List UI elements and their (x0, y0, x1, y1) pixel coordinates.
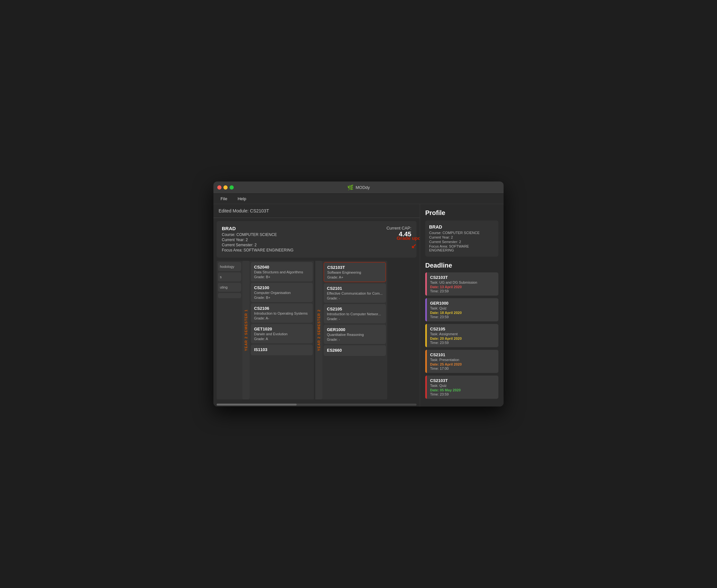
grade-arrow-icon: ↙ (397, 242, 420, 250)
edited-module-bar: Edited Module: CS2103T (213, 204, 420, 218)
deadline-task-2: Task: Assignment (430, 332, 495, 336)
deadlines-container: CS2103T Task: UG and DG Submission Date:… (425, 272, 499, 399)
module-name: Computer Organisation (254, 291, 310, 295)
deadline-code-3: CS2101 (430, 352, 495, 357)
profile-info-main: BRAD Course: COMPUTER SCIENCE Current Ye… (222, 226, 293, 253)
deadline-date-2: Date: 20 April 2020 (430, 337, 495, 340)
module-card-cs2105[interactable]: CS2105 Introduction to Computer Networ..… (324, 304, 386, 323)
profile-course-main: Course: COMPUTER SCIENCE (222, 232, 293, 237)
main-layout: Edited Module: CS2103T BRAD Course: COMP… (213, 204, 504, 406)
modules-scroll-area[interactable]: hodology s uting YEAR 2 SEMESTER 1 (213, 261, 420, 403)
module-grade: Grade: B+ (254, 275, 310, 279)
module-code: CS2105 (327, 307, 383, 311)
profile-sidebar-semester: Current Semester: 2 (429, 240, 494, 244)
cap-section: Current CAP: 4.45 Grade updated ↙ (386, 226, 412, 238)
module-card-get1020[interactable]: GET1020 Darwin and Evolution Grade: A (251, 324, 313, 343)
module-code: ES2660 (327, 348, 383, 353)
deadline-time-1: Time: 23:59 (430, 315, 495, 319)
profile-summary: BRAD Course: COMPUTER SCIENCE Current Ye… (217, 221, 417, 257)
module-card-ger1000[interactable]: GER1000 Quantitative Reasoning Grade: - (324, 324, 386, 344)
deadline-code-0: CS2103T (430, 275, 495, 280)
module-grade: Grade: - (327, 337, 383, 341)
partial-card-1[interactable]: hodology (218, 262, 241, 271)
module-code: CS2100 (254, 285, 310, 290)
deadline-item-2[interactable]: CS2105 Task: Assignment Date: 20 April 2… (425, 324, 499, 347)
deadline-code-2: CS2105 (430, 327, 495, 331)
deadline-body-0: CS2103T Task: UG and DG Submission Date:… (427, 272, 499, 296)
module-card-cs2101[interactable]: CS2101 Effective Communication for Com..… (324, 284, 386, 303)
scrollbar-track (217, 404, 417, 405)
deadline-item-4[interactable]: CS2103T Task: Quiz Date: 05 May 2020 Tim… (425, 376, 499, 399)
close-button[interactable] (217, 185, 222, 190)
partial-card-2[interactable]: s (218, 272, 241, 281)
deadline-body-3: CS2101 Task: Presentation Date: 25 April… (427, 350, 499, 373)
deadline-body-4: CS2103T Task: Quiz Date: 05 May 2020 Tim… (427, 376, 499, 399)
partial-card-3[interactable]: uting (218, 283, 241, 292)
menu-file[interactable]: File (218, 196, 229, 202)
deadline-item-3[interactable]: CS2101 Task: Presentation Date: 25 April… (425, 350, 499, 373)
deadline-task-3: Task: Presentation (430, 358, 495, 362)
module-card-cs2106[interactable]: CS2106 Introduction to Operating Systems… (251, 303, 313, 323)
deadline-time-2: Time: 23:59 (430, 341, 495, 344)
module-grade: Grade: B+ (254, 296, 310, 299)
window-title: 🌿 MODdy (347, 184, 370, 190)
module-card-is1103[interactable]: IS1103 (251, 344, 313, 355)
module-card-es2660[interactable]: ES2660 (324, 345, 386, 356)
window-controls[interactable] (217, 185, 234, 190)
deadline-task-1: Task: Quiz (430, 306, 495, 310)
profile-sidebar-card: BRAD Course: COMPUTER SCIENCE Current Ye… (425, 220, 499, 257)
deadline-item-0[interactable]: CS2103T Task: UG and DG Submission Date:… (425, 272, 499, 296)
module-code: IS1103 (254, 347, 310, 352)
app-window: 🌿 MODdy File Help Edited Module: CS2103T… (213, 182, 504, 406)
module-card-cs2103t[interactable]: CS2103T Software Engineering Grade: A+ (324, 262, 386, 282)
profile-name-main: BRAD (222, 226, 293, 231)
profile-focus-main: Focus Area: SOFTWARE ENGINEERING (222, 248, 293, 252)
deadline-task-4: Task: Quiz (430, 384, 495, 387)
partial-text-3: uting (220, 285, 239, 289)
profile-sidebar-name: BRAD (429, 224, 494, 230)
deadline-time-0: Time: 23:59 (430, 289, 495, 293)
module-grade: Grade: A+ (327, 275, 382, 279)
module-name: Quantitative Reasoning (327, 333, 383, 337)
module-card-cs2100[interactable]: CS2100 Computer Organisation Grade: B+ (251, 283, 313, 302)
module-grade: Grade: - (327, 296, 383, 300)
semester1-modules: CS2040 Data Structures and Algorithms Gr… (250, 261, 314, 399)
titlebar: 🌿 MODdy (213, 182, 504, 194)
deadline-date-4: Date: 05 May 2020 (430, 388, 495, 392)
deadline-date-0: Date: 13 April 2020 (430, 285, 495, 289)
module-name: Introduction to Computer Networ... (327, 312, 383, 316)
profile-sidebar-year: Current Year: 2 (429, 235, 494, 239)
partial-semester-column: hodology s uting (217, 261, 242, 399)
menu-help[interactable]: Help (236, 196, 248, 202)
module-name: Introduction to Operating Systems (254, 311, 310, 315)
module-name: Data Structures and Algorithms (254, 270, 310, 274)
maximize-button[interactable] (230, 185, 234, 190)
module-code: CS2103T (327, 265, 382, 270)
deadline-title: Deadline (425, 262, 499, 269)
minimize-button[interactable] (224, 185, 228, 190)
semester2-modules: CS2103T Software Engineering Grade: A+ C… (322, 261, 387, 399)
partial-text-2: s (220, 275, 239, 279)
module-grade: Grade: A (254, 337, 310, 341)
app-title-text: MODdy (356, 185, 370, 190)
deadline-item-1[interactable]: GER1000 Task: Quiz Date: 18 April 2020 T… (425, 298, 499, 321)
profile-sidebar-title: Profile (425, 209, 499, 217)
module-name: Darwin and Evolution (254, 332, 310, 336)
edited-module-label: Edited Module: CS2103T (218, 208, 269, 213)
deadline-date-3: Date: 25 April 2020 (430, 362, 495, 366)
cap-label: Current CAP: (386, 226, 412, 231)
module-name: Effective Communication for Com... (327, 291, 383, 295)
semester1-wrapper: YEAR 2 SEMESTER 1 CS2040 Data Structures… (242, 261, 314, 399)
content-area: Edited Module: CS2103T BRAD Course: COMP… (213, 204, 420, 406)
deadline-code-1: GER1000 (430, 301, 495, 306)
partial-card-4[interactable] (218, 293, 241, 298)
module-card-cs2040[interactable]: CS2040 Data Structures and Algorithms Gr… (251, 262, 313, 281)
semester2-label: YEAR 2 SEMESTER 2 (315, 261, 322, 399)
module-grade: Grade: A- (254, 316, 310, 320)
module-code: GER1000 (327, 327, 383, 332)
partial-text-1: hodology (220, 265, 239, 269)
module-code: CS2106 (254, 306, 310, 311)
horizontal-scrollbar[interactable] (213, 403, 420, 406)
deadline-code-4: CS2103T (430, 378, 495, 383)
deadline-time-4: Time: 23:59 (430, 392, 495, 396)
